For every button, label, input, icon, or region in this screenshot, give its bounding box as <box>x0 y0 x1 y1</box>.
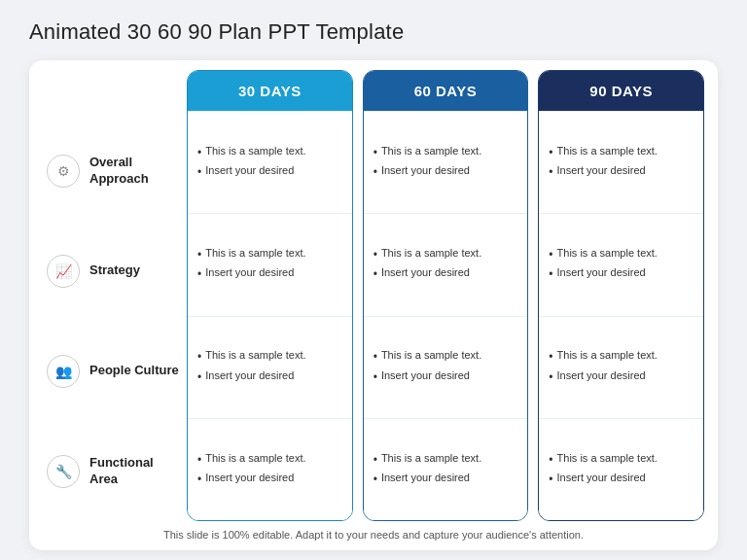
bullet-dot: • <box>374 368 377 387</box>
bullet-item: •This is a sample text. <box>549 143 694 162</box>
bullet-text: Insert your desired <box>557 264 646 282</box>
label-row-functional-area: 🔧Functional Area <box>43 421 187 521</box>
bullet-dot: • <box>549 368 552 387</box>
bullet-dot: • <box>374 471 377 489</box>
bullet-item: •This is a sample text. <box>197 143 342 162</box>
bullet-item: •Insert your desired <box>549 264 694 284</box>
overall-approach-icon: ⚙ <box>47 155 80 188</box>
bullet-dot: • <box>374 144 377 162</box>
bullet-dot: • <box>197 163 201 182</box>
bullet-item: •Insert your desired <box>374 264 518 284</box>
bullet-text: This is a sample text. <box>557 143 658 160</box>
label-row-strategy: 📈Strategy <box>43 221 187 321</box>
bullet-text: This is a sample text. <box>557 245 658 262</box>
bullet-dot: • <box>374 246 377 264</box>
bullet-dot: • <box>549 471 552 489</box>
bullet-dot: • <box>197 246 201 264</box>
label-row-people-culture: 👥People Culture <box>43 321 187 421</box>
functional-area-label: Functional Area <box>89 455 183 488</box>
col-60-header: 60 DAYS <box>364 71 528 111</box>
bullet-item: •This is a sample text. <box>197 245 342 264</box>
bullet-text: Insert your desired <box>205 368 294 385</box>
bullet-item: •Insert your desired <box>549 162 694 182</box>
bullet-text: Insert your desired <box>381 368 470 385</box>
col-90-people-culture-cell: •This is a sample text.•Insert your desi… <box>539 316 703 418</box>
bullet-dot: • <box>549 348 552 367</box>
bullet-text: Insert your desired <box>557 162 646 180</box>
col-30-cells: •This is a sample text.•Insert your desi… <box>188 111 352 520</box>
col-60: 60 DAYS•This is a sample text.•Insert yo… <box>363 70 529 521</box>
bullet-text: Insert your desired <box>381 162 470 180</box>
functional-area-icon: 🔧 <box>47 455 80 488</box>
col-60-overall-approach-cell: •This is a sample text.•Insert your desi… <box>364 111 528 213</box>
bullet-dot: • <box>197 348 201 367</box>
col-90: 90 DAYS•This is a sample text.•Insert yo… <box>538 70 704 521</box>
bullet-item: •This is a sample text. <box>374 143 518 162</box>
bullet-dot: • <box>374 348 377 367</box>
bullet-dot: • <box>374 163 377 182</box>
bullet-dot: • <box>197 471 201 489</box>
bullet-item: •Insert your desired <box>197 368 342 387</box>
bullet-item: •This is a sample text. <box>197 450 342 470</box>
people-culture-icon: 👥 <box>47 355 80 388</box>
bullet-text: This is a sample text. <box>381 450 481 468</box>
people-culture-label: People Culture <box>89 363 179 379</box>
bullet-text: Insert your desired <box>205 470 294 487</box>
bullet-text: This is a sample text. <box>557 347 658 365</box>
bullet-text: This is a sample text. <box>205 245 305 262</box>
bullet-text: This is a sample text. <box>205 450 305 468</box>
bullet-dot: • <box>549 144 552 162</box>
col-30-header: 30 DAYS <box>188 71 352 111</box>
bullet-item: •This is a sample text. <box>549 245 694 264</box>
bullet-text: Insert your desired <box>381 470 470 487</box>
label-row-overall-approach: ⚙Overall Approach <box>43 121 187 221</box>
page-title: Animated 30 60 90 Plan PPT Template <box>29 19 404 45</box>
col-30: 30 DAYS•This is a sample text.•Insert yo… <box>187 70 353 521</box>
bullet-item: •Insert your desired <box>374 368 518 387</box>
col-60-cells: •This is a sample text.•Insert your desi… <box>364 111 528 520</box>
col-60-people-culture-cell: •This is a sample text.•Insert your desi… <box>364 316 528 418</box>
col-60-functional-area-cell: •This is a sample text.•Insert your desi… <box>364 418 528 520</box>
overall-approach-label: Overall Approach <box>89 155 149 188</box>
bullet-dot: • <box>374 265 377 284</box>
bullet-item: •Insert your desired <box>374 470 518 489</box>
bullet-text: This is a sample text. <box>557 450 658 468</box>
bullet-dot: • <box>374 451 377 470</box>
col-90-functional-area-cell: •This is a sample text.•Insert your desi… <box>539 418 703 520</box>
bullet-item: •Insert your desired <box>374 162 518 182</box>
bullet-dot: • <box>549 265 552 284</box>
bullet-item: •This is a sample text. <box>549 450 694 470</box>
col-30-overall-approach-cell: •This is a sample text.•Insert your desi… <box>188 111 352 213</box>
strategy-label: Strategy <box>89 262 140 279</box>
bullet-item: •This is a sample text. <box>374 347 518 367</box>
bullet-dot: • <box>197 265 201 284</box>
labels-column: ⚙Overall Approach📈Strategy👥People Cultur… <box>43 60 187 521</box>
bullet-text: Insert your desired <box>205 162 294 180</box>
bullet-item: •This is a sample text. <box>549 347 694 367</box>
bullet-text: This is a sample text. <box>381 245 481 262</box>
col-30-functional-area-cell: •This is a sample text.•Insert your desi… <box>188 418 352 520</box>
bullet-item: •Insert your desired <box>197 470 342 489</box>
col-90-strategy-cell: •This is a sample text.•Insert your desi… <box>539 213 703 315</box>
bullet-text: Insert your desired <box>557 470 646 487</box>
bullet-dot: • <box>549 246 552 264</box>
main-card: ⚙Overall Approach📈Strategy👥People Cultur… <box>29 60 718 550</box>
bullet-item: •This is a sample text. <box>197 347 342 367</box>
bullet-text: This is a sample text. <box>381 143 481 160</box>
col-30-strategy-cell: •This is a sample text.•Insert your desi… <box>188 213 352 315</box>
table-area: ⚙Overall Approach📈Strategy👥People Cultur… <box>29 60 718 521</box>
bullet-text: This is a sample text. <box>205 347 305 365</box>
bullet-dot: • <box>549 163 552 182</box>
col-90-overall-approach-cell: •This is a sample text.•Insert your desi… <box>539 111 703 213</box>
col-90-cells: •This is a sample text.•Insert your desi… <box>539 111 703 520</box>
strategy-icon: 📈 <box>47 255 80 288</box>
bullet-dot: • <box>197 368 201 387</box>
bullet-dot: • <box>197 451 201 470</box>
col-60-strategy-cell: •This is a sample text.•Insert your desi… <box>364 213 528 315</box>
bullet-dot: • <box>197 144 201 162</box>
bullet-item: •Insert your desired <box>197 264 342 284</box>
col-90-header: 90 DAYS <box>539 71 703 111</box>
bullet-item: •Insert your desired <box>549 470 694 489</box>
bullet-text: This is a sample text. <box>205 143 305 160</box>
day-columns: 30 DAYS•This is a sample text.•Insert yo… <box>187 60 704 521</box>
